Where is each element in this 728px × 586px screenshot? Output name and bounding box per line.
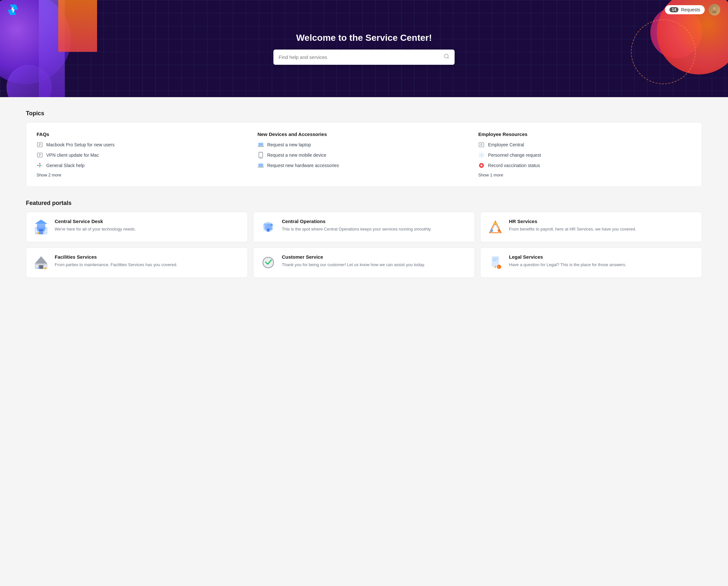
- portal-card-5[interactable]: ! Legal Services Have a question for Leg…: [480, 247, 702, 278]
- hardware-icon: [258, 162, 264, 169]
- svg-rect-68: [35, 265, 38, 267]
- portals-section: Featured portals Central Servi: [26, 200, 702, 278]
- svg-marker-0: [11, 6, 15, 13]
- svg-point-49: [37, 232, 39, 235]
- svg-point-57: [264, 228, 266, 230]
- faq-label-3: General Slack help: [46, 163, 84, 168]
- portal-icon-0: [33, 219, 50, 235]
- portal-card-1[interactable]: Central Operations This is the spot wher…: [253, 212, 475, 242]
- portal-info-4: Customer Service Thank you for being our…: [282, 254, 425, 268]
- svg-point-40: [479, 153, 480, 154]
- employee-label-3: Record vaccination status: [488, 163, 540, 168]
- devices-heading: New Devices and Accessories: [258, 131, 471, 137]
- svg-point-35: [481, 154, 483, 156]
- vaccine-icon: [478, 162, 485, 169]
- faq-item-2[interactable]: VPN client update for Mac: [36, 152, 250, 158]
- svg-point-1: [713, 7, 716, 10]
- requests-badge[interactable]: 14 Requests: [665, 5, 705, 14]
- svg-rect-76: [493, 261, 496, 261]
- portal-card-4[interactable]: Customer Service Thank you for being our…: [253, 247, 475, 278]
- svg-text:!: !: [498, 266, 499, 268]
- search-bar[interactable]: [274, 50, 454, 65]
- svg-marker-47: [35, 220, 48, 224]
- employee-item-1[interactable]: Employee Central: [478, 142, 692, 148]
- portal-card-3[interactable]: Facilities Services From parties to main…: [26, 247, 248, 278]
- portal-title-2: HR Services: [509, 219, 636, 224]
- svg-point-38: [479, 155, 479, 155]
- requests-count: 14: [670, 7, 678, 12]
- svg-rect-75: [493, 259, 498, 260]
- portals-grid: Central Service Desk We're here for all …: [26, 212, 702, 278]
- faq-label-1: Macbook Pro Setup for new users: [46, 142, 114, 147]
- svg-point-39: [484, 155, 484, 155]
- svg-rect-51: [45, 229, 47, 232]
- svg-point-55: [270, 223, 273, 226]
- svg-rect-27: [260, 153, 261, 153]
- portals-section-title: Featured portals: [26, 200, 702, 206]
- portal-icon-4: [260, 254, 277, 271]
- employee-item-2[interactable]: Personnel change request: [478, 152, 692, 158]
- portal-title-1: Central Operations: [282, 219, 432, 224]
- portal-icon-1: [260, 219, 277, 235]
- search-input[interactable]: [279, 54, 444, 60]
- portal-info-0: Central Service Desk We're here for all …: [55, 219, 136, 233]
- portal-info-3: Facilities Services From parties to main…: [55, 254, 177, 268]
- svg-point-43: [479, 156, 480, 157]
- app-logo[interactable]: [8, 4, 18, 15]
- svg-rect-29: [259, 164, 263, 166]
- topics-section-title: Topics: [26, 110, 702, 117]
- svg-rect-22: [259, 143, 263, 146]
- svg-line-4: [447, 57, 448, 58]
- portal-card-0[interactable]: Central Service Desk We're here for all …: [26, 212, 248, 242]
- portal-card-2[interactable]: HR Services From benefits to payroll, he…: [480, 212, 702, 242]
- svg-rect-48: [39, 229, 43, 235]
- faq-label-2: VPN client update for Mac: [46, 152, 99, 158]
- faqs-show-more[interactable]: Show 2 more: [36, 173, 250, 177]
- portal-desc-4: Thank you for being our customer! Let us…: [282, 262, 425, 268]
- employee-item-3[interactable]: Record vaccination status: [478, 162, 692, 169]
- portal-desc-3: From parties to maintenance, Facilities …: [55, 262, 177, 268]
- avatar[interactable]: [709, 4, 720, 16]
- slack-icon: [36, 162, 43, 169]
- navigation: 14 Requests: [0, 0, 728, 19]
- portal-icon-3: [33, 254, 50, 271]
- hero-title: Welcome to the Service Center!: [6, 33, 722, 43]
- portal-title-5: Legal Services: [509, 254, 626, 260]
- svg-rect-18: [40, 165, 41, 166]
- device-item-2[interactable]: Request a new mobile device: [258, 152, 471, 158]
- employee-label-2: Personnel change request: [488, 152, 541, 158]
- device-item-3[interactable]: Request new hardware accessories: [258, 162, 471, 169]
- requests-label: Requests: [681, 7, 700, 12]
- svg-rect-20: [40, 167, 41, 168]
- faq-icon-1: [36, 142, 43, 148]
- search-icon: [444, 53, 449, 61]
- hero-content: Welcome to the Service Center!: [0, 33, 728, 65]
- faq-item-1[interactable]: Macbook Pro Setup for new users: [36, 142, 250, 148]
- faqs-heading: FAQs: [36, 131, 250, 137]
- laptop-icon: [258, 142, 264, 148]
- mobile-icon: [258, 152, 264, 158]
- portal-info-1: Central Operations This is the spot wher…: [282, 219, 432, 233]
- employee-show-more[interactable]: Show 1 more: [478, 173, 692, 177]
- svg-rect-17: [40, 163, 41, 164]
- topic-col-devices: New Devices and Accessories Request a ne…: [258, 131, 471, 177]
- portal-info-5: Legal Services Have a question for Legal…: [509, 254, 626, 268]
- topic-col-faqs: FAQs Macbook Pro Setup for new users: [36, 131, 250, 177]
- nav-right: 14 Requests: [665, 4, 720, 16]
- portal-icon-2: [487, 219, 504, 235]
- topics-card: FAQs Macbook Pro Setup for new users: [26, 122, 702, 187]
- device-label-2: Request a new mobile device: [267, 152, 327, 158]
- faq-item-3[interactable]: General Slack help: [36, 162, 250, 169]
- personnel-icon: [478, 152, 485, 158]
- portal-icon-5: !: [487, 254, 504, 271]
- svg-rect-19: [40, 166, 41, 167]
- svg-rect-74: [493, 258, 498, 258]
- svg-rect-71: [38, 267, 40, 269]
- employee-heading: Employee Resources: [478, 131, 692, 137]
- portal-info-2: HR Services From benefits to payroll, he…: [509, 219, 636, 233]
- portal-title-0: Central Service Desk: [55, 219, 136, 224]
- topics-section: Topics FAQs Macbook Pro Setup for new us…: [26, 110, 702, 187]
- device-item-1[interactable]: Request a new laptop: [258, 142, 471, 148]
- employee-label-1: Employee Central: [488, 142, 524, 147]
- portal-title-4: Customer Service: [282, 254, 425, 260]
